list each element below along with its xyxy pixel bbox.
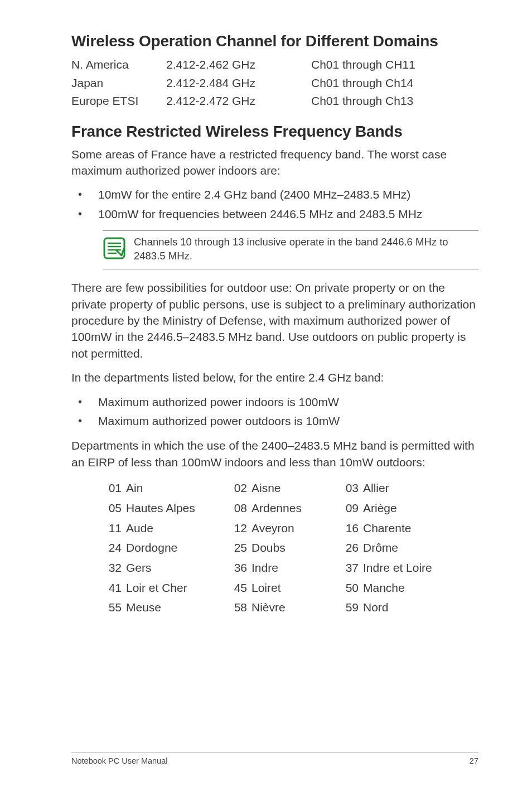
dept-name: Dordogne	[126, 538, 177, 558]
cell-region: N. America	[71, 56, 166, 74]
dept-name: Allier	[363, 478, 389, 498]
dept-num: 11	[103, 518, 122, 538]
dept-num: 36	[228, 558, 247, 578]
dept-num: 16	[340, 518, 359, 538]
dept-name: Loir et Cher	[126, 578, 187, 598]
dept-cell: 01Ain	[103, 478, 228, 498]
cell-frequency: 2.412-2.472 GHz	[166, 92, 311, 110]
dept-cell: 05Hautes Alpes	[103, 498, 228, 518]
dept-cell: 41Loir et Cher	[103, 578, 228, 598]
dept-num: 26	[340, 538, 359, 558]
table-row: Europe ETSI 2.412-2.472 GHz Ch01 through…	[71, 92, 478, 110]
dept-num: 12	[228, 518, 247, 538]
dept-name: Meuse	[126, 597, 161, 618]
page-footer: Notebook PC User Manual 27	[71, 753, 478, 765]
dept-num: 45	[228, 578, 247, 598]
dept-cell: 59Nord	[340, 597, 478, 618]
dept-name: Nièvre	[252, 597, 286, 618]
dept-cell: 24Dordogne	[103, 538, 228, 558]
dept-cell: 25Doubs	[228, 538, 340, 558]
dept-num: 02	[228, 478, 247, 498]
dept-cell: 26Drôme	[340, 538, 478, 558]
table-row: N. America 2.412-2.462 GHz Ch01 through …	[71, 56, 478, 74]
dept-num: 41	[103, 578, 122, 598]
table-row: 11Aude 12Aveyron 16Charente	[103, 518, 478, 538]
table-row: 05Hautes Alpes 08Ardennes 09Ariège	[103, 498, 478, 518]
heading-france-bands: France Restricted Wireless Frequency Ban…	[71, 123, 478, 141]
dept-name: Indre	[252, 558, 278, 578]
dept-num: 50	[340, 578, 359, 598]
dept-cell: 11Aude	[103, 518, 228, 538]
dept-num: 37	[340, 558, 359, 578]
dept-cell: 50Manche	[340, 578, 478, 598]
dept-name: Manche	[363, 578, 405, 598]
list-item: Maximum authorized power indoors is 100m…	[71, 394, 478, 411]
table-row: 32Gers 36Indre 37Indre et Loire	[103, 558, 478, 578]
page-number: 27	[470, 756, 478, 765]
dept-name: Hautes Alpes	[126, 498, 195, 518]
cell-channels: Ch01 through CH11	[311, 56, 478, 74]
table-row: 41Loir et Cher 45Loiret 50Manche	[103, 578, 478, 598]
cell-channels: Ch01 through Ch14	[311, 74, 478, 93]
table-row: Japan 2.412-2.484 GHz Ch01 through Ch14	[71, 74, 478, 93]
dept-num: 05	[103, 498, 122, 518]
cell-channels: Ch01 through Ch13	[311, 92, 478, 110]
dept-name: Ardennes	[252, 498, 302, 518]
dept-name: Aveyron	[252, 518, 294, 538]
dept-num: 59	[340, 597, 359, 618]
footer-title: Notebook PC User Manual	[71, 756, 167, 765]
paragraph: Departments in which the use of the 2400…	[71, 437, 478, 470]
note-icon	[103, 234, 134, 262]
channel-table: N. America 2.412-2.462 GHz Ch01 through …	[71, 56, 478, 110]
departments-table: 01Ain 02Aisne 03Allier 05Hautes Alpes 08…	[103, 478, 478, 618]
table-row: 01Ain 02Aisne 03Allier	[103, 478, 478, 498]
cell-region: Europe ETSI	[71, 92, 166, 110]
dept-cell: 08Ardennes	[228, 498, 340, 518]
dept-name: Charente	[363, 518, 411, 538]
dept-cell: 12Aveyron	[228, 518, 340, 538]
note-text: Channels 10 through 13 inclusive operate…	[134, 234, 478, 263]
dept-name: Loiret	[252, 578, 281, 598]
list-item: Maximum authorized power outdoors is 10m…	[71, 413, 478, 430]
paragraph: In the departments listed below, for the…	[71, 369, 478, 385]
dept-name: Indre et Loire	[363, 558, 432, 578]
note-callout: Channels 10 through 13 inclusive operate…	[103, 230, 478, 269]
heading-wireless-channels: Wireless Operation Channel for Different…	[71, 32, 478, 50]
cell-frequency: 2.412-2.462 GHz	[166, 56, 311, 74]
dept-name: Doubs	[252, 538, 286, 558]
paragraph: There are few possibilities for outdoor …	[71, 279, 478, 361]
cell-frequency: 2.412-2.484 GHz	[166, 74, 311, 93]
dept-cell: 45Loiret	[228, 578, 340, 598]
dept-cell: 37Indre et Loire	[340, 558, 478, 578]
dept-num: 55	[103, 597, 122, 618]
bullet-list: 10mW for the entire 2.4 GHz band (2400 M…	[71, 186, 478, 223]
dept-cell: 36Indre	[228, 558, 340, 578]
dept-name: Aisne	[252, 478, 281, 498]
table-row: 55Meuse 58Nièvre 59Nord	[103, 597, 478, 618]
dept-name: Ain	[126, 478, 143, 498]
dept-cell: 55Meuse	[103, 597, 228, 618]
dept-name: Nord	[363, 597, 389, 618]
dept-cell: 02Aisne	[228, 478, 340, 498]
dept-name: Gers	[126, 558, 152, 578]
dept-num: 24	[103, 538, 122, 558]
dept-num: 58	[228, 597, 247, 618]
dept-cell: 09Ariège	[340, 498, 478, 518]
dept-num: 32	[103, 558, 122, 578]
dept-cell: 16Charente	[340, 518, 478, 538]
dept-num: 01	[103, 478, 122, 498]
dept-num: 25	[228, 538, 247, 558]
list-item: 100mW for frequencies between 2446.5 MHz…	[71, 206, 478, 223]
cell-region: Japan	[71, 74, 166, 93]
dept-cell: 32Gers	[103, 558, 228, 578]
table-row: 24Dordogne 25Doubs 26Drôme	[103, 538, 478, 558]
dept-num: 09	[340, 498, 359, 518]
dept-num: 08	[228, 498, 247, 518]
dept-name: Aude	[126, 518, 153, 538]
dept-name: Ariège	[363, 498, 397, 518]
list-item: 10mW for the entire 2.4 GHz band (2400 M…	[71, 186, 478, 203]
dept-cell: 58Nièvre	[228, 597, 340, 618]
dept-num: 03	[340, 478, 359, 498]
dept-cell: 03Allier	[340, 478, 478, 498]
paragraph: Some areas of France have a restricted f…	[71, 146, 478, 179]
